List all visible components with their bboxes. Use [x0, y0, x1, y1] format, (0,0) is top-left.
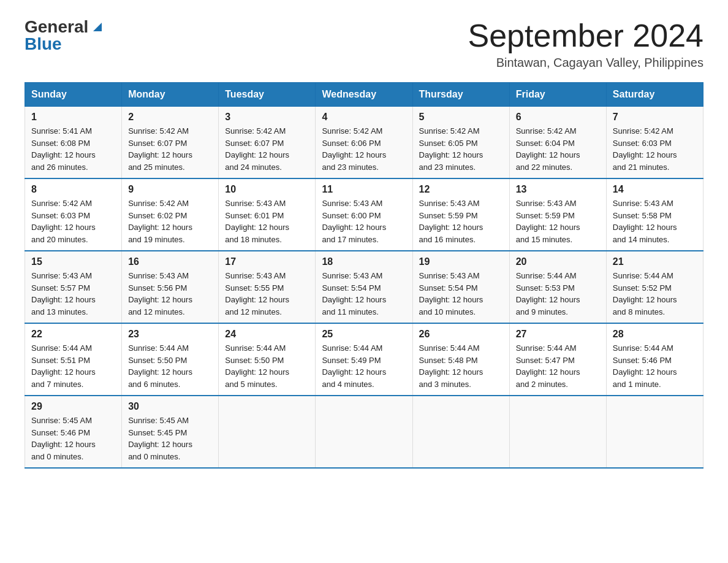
day-number: 14 [613, 184, 697, 195]
svg-marker-0 [93, 23, 102, 31]
day-info: Sunrise: 5:44 AM Sunset: 5:47 PM Dayligh… [516, 342, 600, 390]
calendar-cell: 26 Sunrise: 5:44 AM Sunset: 5:48 PM Dayl… [412, 323, 509, 396]
day-info: Sunrise: 5:44 AM Sunset: 5:48 PM Dayligh… [419, 342, 503, 390]
day-info: Sunrise: 5:42 AM Sunset: 6:02 PM Dayligh… [128, 197, 212, 245]
day-number: 18 [322, 256, 406, 267]
day-info: Sunrise: 5:43 AM Sunset: 5:56 PM Dayligh… [128, 270, 212, 318]
day-info: Sunrise: 5:43 AM Sunset: 5:54 PM Dayligh… [322, 270, 406, 318]
calendar-cell: 23 Sunrise: 5:44 AM Sunset: 5:50 PM Dayl… [122, 323, 219, 396]
day-number: 1 [31, 112, 115, 123]
calendar-cell: 3 Sunrise: 5:42 AM Sunset: 6:07 PM Dayli… [219, 107, 316, 179]
location-title: Bintawan, Cagayan Valley, Philippines [468, 56, 704, 70]
day-info: Sunrise: 5:42 AM Sunset: 6:03 PM Dayligh… [31, 197, 115, 245]
header-friday: Friday [509, 83, 606, 107]
calendar-cell: 25 Sunrise: 5:44 AM Sunset: 5:49 PM Dayl… [316, 323, 412, 396]
day-info: Sunrise: 5:43 AM Sunset: 5:59 PM Dayligh… [419, 197, 503, 245]
calendar-table: SundayMondayTuesdayWednesdayThursdayFrid… [25, 82, 703, 469]
calendar-cell [219, 396, 316, 468]
calendar-cell [316, 396, 412, 468]
calendar-cell [509, 396, 606, 468]
calendar-cell: 16 Sunrise: 5:43 AM Sunset: 5:56 PM Dayl… [122, 251, 219, 323]
calendar-cell: 12 Sunrise: 5:43 AM Sunset: 5:59 PM Dayl… [412, 178, 509, 251]
day-info: Sunrise: 5:43 AM Sunset: 5:58 PM Dayligh… [613, 197, 697, 245]
day-info: Sunrise: 5:45 AM Sunset: 5:46 PM Dayligh… [31, 415, 115, 462]
day-info: Sunrise: 5:44 AM Sunset: 5:50 PM Dayligh… [225, 342, 309, 390]
calendar-week-row: 29 Sunrise: 5:45 AM Sunset: 5:46 PM Dayl… [25, 396, 703, 468]
day-number: 20 [516, 256, 600, 267]
day-info: Sunrise: 5:44 AM Sunset: 5:52 PM Dayligh… [613, 270, 697, 318]
calendar-cell: 4 Sunrise: 5:42 AM Sunset: 6:06 PM Dayli… [316, 107, 412, 179]
day-info: Sunrise: 5:43 AM Sunset: 5:59 PM Dayligh… [516, 197, 600, 245]
title-block: September 2024 Bintawan, Cagayan Valley,… [468, 18, 704, 70]
day-number: 16 [128, 256, 212, 267]
day-info: Sunrise: 5:44 AM Sunset: 5:46 PM Dayligh… [613, 342, 697, 390]
header-thursday: Thursday [412, 83, 509, 107]
calendar-cell: 17 Sunrise: 5:43 AM Sunset: 5:55 PM Dayl… [219, 251, 316, 323]
day-info: Sunrise: 5:42 AM Sunset: 6:07 PM Dayligh… [225, 125, 309, 173]
calendar-week-row: 22 Sunrise: 5:44 AM Sunset: 5:51 PM Dayl… [25, 323, 703, 396]
calendar-cell [606, 396, 703, 468]
day-number: 27 [516, 329, 600, 340]
day-number: 13 [516, 184, 600, 195]
calendar-cell: 28 Sunrise: 5:44 AM Sunset: 5:46 PM Dayl… [606, 323, 703, 396]
logo: General Blue [25, 18, 104, 53]
logo-general: General [25, 18, 88, 36]
day-number: 29 [31, 401, 115, 412]
day-number: 30 [128, 401, 212, 412]
day-number: 24 [225, 329, 309, 340]
logo-triangle-icon [91, 19, 104, 33]
day-info: Sunrise: 5:44 AM Sunset: 5:49 PM Dayligh… [322, 342, 406, 390]
calendar-cell: 10 Sunrise: 5:43 AM Sunset: 6:01 PM Dayl… [219, 178, 316, 251]
day-number: 6 [516, 112, 600, 123]
day-info: Sunrise: 5:42 AM Sunset: 6:05 PM Dayligh… [419, 125, 503, 173]
header-saturday: Saturday [606, 83, 703, 107]
calendar-cell: 8 Sunrise: 5:42 AM Sunset: 6:03 PM Dayli… [25, 178, 122, 251]
calendar-cell: 18 Sunrise: 5:43 AM Sunset: 5:54 PM Dayl… [316, 251, 412, 323]
calendar-cell: 7 Sunrise: 5:42 AM Sunset: 6:03 PM Dayli… [606, 107, 703, 179]
day-info: Sunrise: 5:42 AM Sunset: 6:07 PM Dayligh… [128, 125, 212, 173]
calendar-cell: 19 Sunrise: 5:43 AM Sunset: 5:54 PM Dayl… [412, 251, 509, 323]
calendar-week-row: 15 Sunrise: 5:43 AM Sunset: 5:57 PM Dayl… [25, 251, 703, 323]
day-number: 22 [31, 329, 115, 340]
calendar-cell: 24 Sunrise: 5:44 AM Sunset: 5:50 PM Dayl… [219, 323, 316, 396]
calendar-cell: 29 Sunrise: 5:45 AM Sunset: 5:46 PM Dayl… [25, 396, 122, 468]
day-info: Sunrise: 5:43 AM Sunset: 5:54 PM Dayligh… [419, 270, 503, 318]
header-sunday: Sunday [25, 83, 122, 107]
calendar-cell: 14 Sunrise: 5:43 AM Sunset: 5:58 PM Dayl… [606, 178, 703, 251]
day-info: Sunrise: 5:41 AM Sunset: 6:08 PM Dayligh… [31, 125, 115, 173]
day-number: 15 [31, 256, 115, 267]
day-info: Sunrise: 5:43 AM Sunset: 6:00 PM Dayligh… [322, 197, 406, 245]
calendar-week-row: 8 Sunrise: 5:42 AM Sunset: 6:03 PM Dayli… [25, 178, 703, 251]
calendar-cell: 11 Sunrise: 5:43 AM Sunset: 6:00 PM Dayl… [316, 178, 412, 251]
day-number: 19 [419, 256, 503, 267]
day-number: 17 [225, 256, 309, 267]
day-number: 11 [322, 184, 406, 195]
day-info: Sunrise: 5:44 AM Sunset: 5:53 PM Dayligh… [516, 270, 600, 318]
day-info: Sunrise: 5:42 AM Sunset: 6:03 PM Dayligh… [613, 125, 697, 173]
day-info: Sunrise: 5:42 AM Sunset: 6:04 PM Dayligh… [516, 125, 600, 173]
calendar-cell: 5 Sunrise: 5:42 AM Sunset: 6:05 PM Dayli… [412, 107, 509, 179]
day-number: 21 [613, 256, 697, 267]
calendar-cell: 9 Sunrise: 5:42 AM Sunset: 6:02 PM Dayli… [122, 178, 219, 251]
calendar-cell: 2 Sunrise: 5:42 AM Sunset: 6:07 PM Dayli… [122, 107, 219, 179]
day-number: 5 [419, 112, 503, 123]
calendar-cell: 21 Sunrise: 5:44 AM Sunset: 5:52 PM Dayl… [606, 251, 703, 323]
day-number: 12 [419, 184, 503, 195]
day-info: Sunrise: 5:43 AM Sunset: 5:57 PM Dayligh… [31, 270, 115, 318]
calendar-cell: 20 Sunrise: 5:44 AM Sunset: 5:53 PM Dayl… [509, 251, 606, 323]
header-wednesday: Wednesday [316, 83, 412, 107]
day-info: Sunrise: 5:43 AM Sunset: 6:01 PM Dayligh… [225, 197, 309, 245]
calendar-week-row: 1 Sunrise: 5:41 AM Sunset: 6:08 PM Dayli… [25, 107, 703, 179]
day-number: 9 [128, 184, 212, 195]
day-number: 25 [322, 329, 406, 340]
header-tuesday: Tuesday [219, 83, 316, 107]
calendar-cell: 13 Sunrise: 5:43 AM Sunset: 5:59 PM Dayl… [509, 178, 606, 251]
calendar-cell: 15 Sunrise: 5:43 AM Sunset: 5:57 PM Dayl… [25, 251, 122, 323]
calendar-cell: 22 Sunrise: 5:44 AM Sunset: 5:51 PM Dayl… [25, 323, 122, 396]
month-title: September 2024 [468, 18, 704, 53]
day-info: Sunrise: 5:43 AM Sunset: 5:55 PM Dayligh… [225, 270, 309, 318]
day-number: 2 [128, 112, 212, 123]
page-header: General Blue September 2024 Bintawan, Ca… [25, 18, 703, 70]
day-info: Sunrise: 5:42 AM Sunset: 6:06 PM Dayligh… [322, 125, 406, 173]
day-info: Sunrise: 5:44 AM Sunset: 5:51 PM Dayligh… [31, 342, 115, 390]
